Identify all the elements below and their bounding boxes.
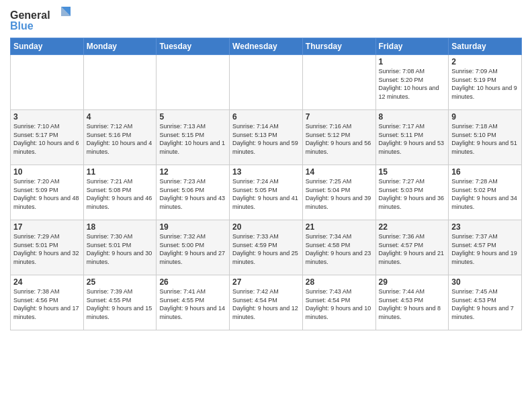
- calendar-cell: 10Sunrise: 7:20 AMSunset: 5:09 PMDayligh…: [11, 165, 84, 220]
- day-info: Sunrise: 7:41 AMSunset: 4:55 PMDaylight:…: [159, 287, 226, 321]
- day-number: 21: [306, 222, 373, 232]
- day-info: Sunrise: 7:43 AMSunset: 4:54 PMDaylight:…: [306, 287, 373, 321]
- calendar-cell: 19Sunrise: 7:32 AMSunset: 5:00 PMDayligh…: [157, 220, 230, 275]
- day-number: 3: [13, 112, 81, 122]
- calendar-cell: 17Sunrise: 7:29 AMSunset: 5:01 PMDayligh…: [11, 220, 84, 275]
- day-info: Sunrise: 7:28 AMSunset: 5:02 PMDaylight:…: [451, 177, 519, 211]
- calendar-cell: 22Sunrise: 7:36 AMSunset: 4:57 PMDayligh…: [375, 220, 449, 275]
- calendar-cell: 8Sunrise: 7:17 AMSunset: 5:11 PMDaylight…: [375, 110, 449, 165]
- calendar-cell: 15Sunrise: 7:27 AMSunset: 5:03 PMDayligh…: [375, 165, 449, 220]
- svg-text:General: General: [10, 9, 50, 21]
- day-info: Sunrise: 7:08 AMSunset: 5:20 PMDaylight:…: [379, 67, 446, 101]
- day-info: Sunrise: 7:33 AMSunset: 4:59 PMDaylight:…: [232, 232, 300, 266]
- calendar-cell: 5Sunrise: 7:13 AMSunset: 5:15 PMDaylight…: [157, 110, 230, 165]
- day-number: 27: [232, 277, 300, 287]
- calendar-cell: [230, 55, 303, 110]
- day-number: 12: [159, 167, 226, 177]
- day-number: 16: [451, 167, 519, 177]
- day-info: Sunrise: 7:23 AMSunset: 5:06 PMDaylight:…: [159, 177, 226, 211]
- day-number: 24: [13, 277, 81, 287]
- day-number: 13: [232, 167, 300, 177]
- day-info: Sunrise: 7:13 AMSunset: 5:15 PMDaylight:…: [159, 122, 226, 156]
- calendar-cell: 3Sunrise: 7:10 AMSunset: 5:17 PMDaylight…: [11, 110, 84, 165]
- day-number: 7: [306, 112, 373, 122]
- page-header: General Blue: [10, 7, 522, 32]
- day-number: 20: [232, 222, 300, 232]
- calendar-cell: 25Sunrise: 7:39 AMSunset: 4:55 PMDayligh…: [83, 275, 157, 330]
- calendar-cell: 11Sunrise: 7:21 AMSunset: 5:08 PMDayligh…: [83, 165, 157, 220]
- svg-text:Blue: Blue: [10, 20, 34, 32]
- calendar-cell: 16Sunrise: 7:28 AMSunset: 5:02 PMDayligh…: [449, 165, 522, 220]
- day-number: 11: [87, 167, 154, 177]
- weekday-sunday: Sunday: [11, 38, 84, 55]
- day-number: 18: [87, 222, 154, 232]
- day-info: Sunrise: 7:16 AMSunset: 5:12 PMDaylight:…: [306, 122, 373, 156]
- day-number: 30: [451, 277, 519, 287]
- day-info: Sunrise: 7:39 AMSunset: 4:55 PMDaylight:…: [87, 287, 154, 321]
- calendar-cell: 9Sunrise: 7:18 AMSunset: 5:10 PMDaylight…: [449, 110, 522, 165]
- weekday-wednesday: Wednesday: [230, 38, 303, 55]
- day-number: 23: [451, 222, 519, 232]
- day-number: 22: [379, 222, 446, 232]
- calendar-cell: 6Sunrise: 7:14 AMSunset: 5:13 PMDaylight…: [230, 110, 303, 165]
- day-info: Sunrise: 7:37 AMSunset: 4:57 PMDaylight:…: [451, 232, 519, 266]
- calendar-table: SundayMondayTuesdayWednesdayThursdayFrid…: [10, 38, 522, 330]
- day-info: Sunrise: 7:45 AMSunset: 4:53 PMDaylight:…: [451, 287, 519, 321]
- day-number: 10: [13, 167, 81, 177]
- day-number: 4: [87, 112, 154, 122]
- calendar-cell: 12Sunrise: 7:23 AMSunset: 5:06 PMDayligh…: [157, 165, 230, 220]
- calendar-cell: 24Sunrise: 7:38 AMSunset: 4:56 PMDayligh…: [11, 275, 84, 330]
- day-info: Sunrise: 7:32 AMSunset: 5:00 PMDaylight:…: [159, 232, 226, 266]
- day-number: 19: [159, 222, 226, 232]
- calendar-cell: 28Sunrise: 7:43 AMSunset: 4:54 PMDayligh…: [302, 275, 375, 330]
- calendar-cell: 13Sunrise: 7:24 AMSunset: 5:05 PMDayligh…: [230, 165, 303, 220]
- calendar-cell: 2Sunrise: 7:09 AMSunset: 5:19 PMDaylight…: [449, 55, 522, 110]
- calendar-cell: 1Sunrise: 7:08 AMSunset: 5:20 PMDaylight…: [375, 55, 449, 110]
- calendar-cell: 14Sunrise: 7:25 AMSunset: 5:04 PMDayligh…: [302, 165, 375, 220]
- day-info: Sunrise: 7:42 AMSunset: 4:54 PMDaylight:…: [232, 287, 300, 321]
- day-info: Sunrise: 7:24 AMSunset: 5:05 PMDaylight:…: [232, 177, 300, 211]
- day-info: Sunrise: 7:20 AMSunset: 5:09 PMDaylight:…: [13, 177, 81, 211]
- calendar-cell: 27Sunrise: 7:42 AMSunset: 4:54 PMDayligh…: [230, 275, 303, 330]
- weekday-thursday: Thursday: [302, 38, 375, 55]
- day-info: Sunrise: 7:38 AMSunset: 4:56 PMDaylight:…: [13, 287, 81, 321]
- day-number: 14: [306, 167, 373, 177]
- day-info: Sunrise: 7:14 AMSunset: 5:13 PMDaylight:…: [232, 122, 300, 156]
- day-number: 25: [87, 277, 154, 287]
- weekday-monday: Monday: [83, 38, 157, 55]
- calendar-cell: 26Sunrise: 7:41 AMSunset: 4:55 PMDayligh…: [157, 275, 230, 330]
- day-number: 29: [379, 277, 446, 287]
- day-info: Sunrise: 7:25 AMSunset: 5:04 PMDaylight:…: [306, 177, 373, 211]
- day-info: Sunrise: 7:36 AMSunset: 4:57 PMDaylight:…: [379, 232, 446, 266]
- day-number: 15: [379, 167, 446, 177]
- day-info: Sunrise: 7:10 AMSunset: 5:17 PMDaylight:…: [13, 122, 81, 156]
- day-number: 26: [159, 277, 226, 287]
- day-info: Sunrise: 7:34 AMSunset: 4:58 PMDaylight:…: [306, 232, 373, 266]
- day-number: 9: [451, 112, 519, 122]
- day-info: Sunrise: 7:29 AMSunset: 5:01 PMDaylight:…: [13, 232, 81, 266]
- day-number: 2: [451, 57, 519, 66]
- day-info: Sunrise: 7:17 AMSunset: 5:11 PMDaylight:…: [379, 122, 446, 156]
- weekday-tuesday: Tuesday: [157, 38, 230, 55]
- calendar-cell: 30Sunrise: 7:45 AMSunset: 4:53 PMDayligh…: [449, 275, 522, 330]
- calendar-cell: 23Sunrise: 7:37 AMSunset: 4:57 PMDayligh…: [449, 220, 522, 275]
- logo-svg: General Blue: [10, 7, 71, 32]
- calendar-cell: [302, 55, 375, 110]
- day-number: 5: [159, 112, 226, 122]
- day-info: Sunrise: 7:12 AMSunset: 5:16 PMDaylight:…: [87, 122, 154, 156]
- day-info: Sunrise: 7:18 AMSunset: 5:10 PMDaylight:…: [451, 122, 519, 156]
- day-info: Sunrise: 7:44 AMSunset: 4:53 PMDaylight:…: [379, 287, 446, 321]
- day-info: Sunrise: 7:27 AMSunset: 5:03 PMDaylight:…: [379, 177, 446, 211]
- day-number: 6: [232, 112, 300, 122]
- day-info: Sunrise: 7:09 AMSunset: 5:19 PMDaylight:…: [451, 67, 519, 101]
- calendar-cell: 4Sunrise: 7:12 AMSunset: 5:16 PMDaylight…: [83, 110, 157, 165]
- day-info: Sunrise: 7:21 AMSunset: 5:08 PMDaylight:…: [87, 177, 154, 211]
- day-number: 28: [306, 277, 373, 287]
- calendar-cell: [157, 55, 230, 110]
- day-number: 8: [379, 112, 446, 122]
- day-info: Sunrise: 7:30 AMSunset: 5:01 PMDaylight:…: [87, 232, 154, 266]
- day-number: 17: [13, 222, 81, 232]
- calendar-cell: [11, 55, 84, 110]
- day-number: 1: [379, 57, 446, 66]
- calendar-cell: 21Sunrise: 7:34 AMSunset: 4:58 PMDayligh…: [302, 220, 375, 275]
